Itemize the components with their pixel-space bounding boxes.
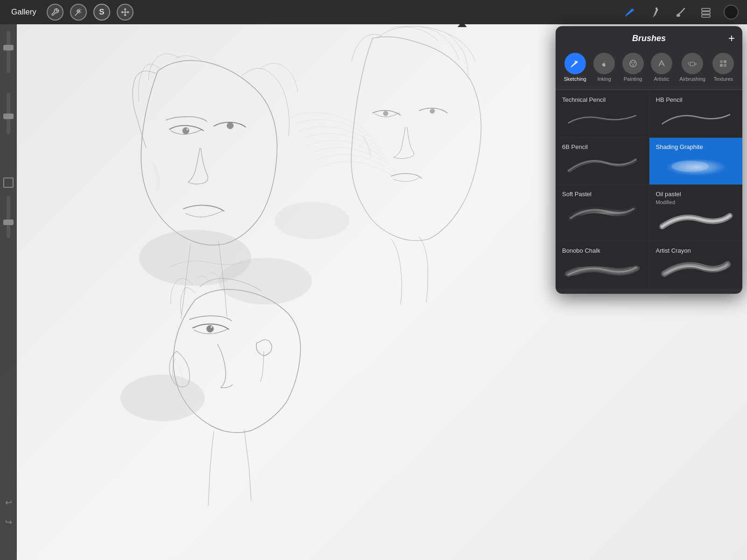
painting-icon <box>622 53 644 74</box>
brushes-panel: Brushes + Sketching Inking <box>556 26 742 294</box>
brush-bonobo-chalk-name: Bonobo Chalk <box>562 247 642 254</box>
redo-button[interactable]: ↪ <box>5 517 12 527</box>
shading-graphite-stroke <box>656 152 736 178</box>
oil-pastel-stroke <box>656 209 736 234</box>
top-toolbar: Gallery S <box>0 0 747 24</box>
brush-soft-pastel-name: Soft Pastel <box>562 191 642 198</box>
brush-oil-pastel-name: Oil pastel <box>656 191 736 198</box>
svg-point-13 <box>655 7 657 9</box>
svg-point-6 <box>211 326 213 328</box>
airbrushing-label: Airbrushing <box>679 76 705 82</box>
textures-icon <box>712 53 734 74</box>
brush-oil-pastel[interactable]: Oil pastel Modified <box>649 185 743 241</box>
artist-crayon-stroke <box>656 256 736 282</box>
brush-artist-crayon[interactable]: Artist Crayon <box>649 241 743 288</box>
size-slider-thumb[interactable] <box>3 45 14 50</box>
magic-tool-button[interactable] <box>70 4 87 21</box>
svg-point-9 <box>275 202 349 239</box>
toolbar-right <box>622 4 740 21</box>
svg-point-22 <box>632 64 634 66</box>
svg-rect-17 <box>702 15 710 17</box>
size-slider-track[interactable] <box>7 31 10 73</box>
stylus-tool-button[interactable] <box>647 4 664 21</box>
brush-artist-crayon-name: Artist Crayon <box>656 247 736 254</box>
airbrushing-icon <box>682 53 703 74</box>
tab-painting[interactable]: Painting <box>620 51 647 84</box>
secondary-slider[interactable] <box>7 196 10 238</box>
svg-point-18 <box>574 61 576 62</box>
undo-button[interactable]: ↩ <box>5 497 12 508</box>
color-swatch[interactable] <box>3 177 14 188</box>
secondary-slider-thumb[interactable] <box>3 220 14 225</box>
svg-point-0 <box>383 111 388 116</box>
svg-rect-16 <box>702 12 710 14</box>
smudge-tool-button[interactable]: S <box>93 4 110 21</box>
brush-hb-pencil-name: HB Pencil <box>656 96 736 103</box>
brush-shading-graphite[interactable]: Shading Graphite <box>649 138 743 184</box>
svg-point-3 <box>186 128 189 131</box>
brush-bonobo-chalk[interactable]: Bonobo Chalk <box>556 241 649 288</box>
painting-label: Painting <box>624 76 642 82</box>
category-tabs: Sketching Inking Painting <box>556 48 742 90</box>
gallery-button[interactable]: Gallery <box>7 6 40 19</box>
brush-tool-button[interactable] <box>672 4 689 21</box>
svg-point-30 <box>671 161 709 172</box>
wrench-tool-button[interactable] <box>47 4 63 21</box>
svg-point-10 <box>120 375 204 421</box>
svg-point-1 <box>430 109 435 113</box>
brush-oil-pastel-subtitle: Modified <box>656 199 736 205</box>
color-picker-button[interactable] <box>723 4 740 21</box>
svg-rect-26 <box>724 60 726 63</box>
brush-hb-pencil[interactable]: HB Pencil <box>649 91 743 137</box>
tab-inking[interactable]: Inking <box>591 51 618 84</box>
6b-pencil-stroke <box>562 152 642 178</box>
brush-soft-pastel[interactable]: Soft Pastel <box>556 185 649 241</box>
brush-technical-pencil-name: Technical Pencil <box>562 96 642 103</box>
artistic-icon <box>651 53 672 74</box>
textures-label: Textures <box>713 76 733 82</box>
transform-tool-button[interactable] <box>117 4 134 21</box>
hb-pencil-stroke <box>656 105 736 131</box>
svg-point-8 <box>218 258 312 305</box>
brush-technical-pencil[interactable]: Technical Pencil <box>556 91 649 137</box>
add-brush-button[interactable]: + <box>728 33 735 44</box>
layers-button[interactable] <box>698 4 714 21</box>
brush-6b-pencil-name: 6B Pencil <box>562 143 642 150</box>
tab-textures[interactable]: Textures <box>710 51 737 84</box>
tab-airbrushing[interactable]: Airbrushing <box>677 51 708 84</box>
svg-rect-25 <box>720 60 723 63</box>
tab-artistic[interactable]: Artistic <box>648 51 675 84</box>
opacity-slider-track[interactable] <box>7 92 10 135</box>
soft-pastel-stroke <box>562 199 642 225</box>
svg-point-20 <box>631 62 633 64</box>
technical-pencil-stroke <box>562 105 642 131</box>
panel-header: Brushes + <box>556 26 742 48</box>
left-sidebar: ↩ ↪ <box>0 24 17 560</box>
panel-title: Brushes <box>632 34 666 43</box>
svg-point-21 <box>634 62 635 64</box>
svg-rect-23 <box>690 62 695 66</box>
pencil-tool-button[interactable] <box>622 4 639 21</box>
inking-icon <box>593 53 615 74</box>
opacity-slider-thumb[interactable] <box>3 113 14 119</box>
svg-rect-27 <box>720 64 723 67</box>
artistic-label: Artistic <box>654 76 669 82</box>
svg-point-4 <box>227 122 233 129</box>
inking-label: Inking <box>598 76 611 82</box>
toolbar-left: Gallery S <box>7 4 134 21</box>
svg-rect-28 <box>724 64 726 67</box>
brush-shading-graphite-name: Shading Graphite <box>656 143 736 150</box>
panel-pointer <box>458 21 467 27</box>
tab-sketching[interactable]: Sketching <box>561 51 589 84</box>
svg-rect-15 <box>702 8 710 11</box>
bonobo-chalk-stroke <box>562 256 642 282</box>
brush-grid: Technical Pencil HB Pencil 6B Pencil Sha… <box>556 91 742 288</box>
svg-point-14 <box>677 14 680 17</box>
sketching-icon <box>564 53 586 74</box>
brush-6b-pencil[interactable]: 6B Pencil <box>556 138 649 184</box>
sketching-label: Sketching <box>564 76 586 82</box>
